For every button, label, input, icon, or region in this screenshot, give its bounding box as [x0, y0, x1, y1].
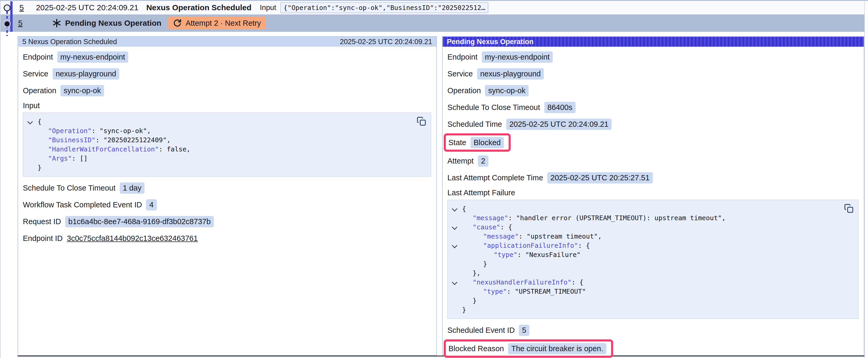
- timeline-open-dot-icon: [4, 4, 10, 11]
- collapse-chevron-icon[interactable]: [452, 224, 457, 230]
- code-line: }: [451, 296, 853, 305]
- copy-button[interactable]: [417, 117, 426, 126]
- field-label: Service: [447, 70, 473, 78]
- json-key: "nexusHandlerFailureInfo": [473, 279, 571, 286]
- pending-operation-title: Pending Nexus Operation: [65, 19, 161, 28]
- field-label: Scheduled Event ID: [447, 326, 515, 335]
- event-row-scheduled[interactable]: 5 2025-02-25 UTC 20:24:09.21 Nexus Opera…: [1, 1, 868, 14]
- json-value: : false,: [159, 145, 190, 153]
- failure-json-lines: {"message": "handler error (UPSTREAM_TIM…: [451, 204, 853, 315]
- json-value: }: [483, 260, 487, 268]
- collapse-chevron-icon[interactable]: [27, 119, 33, 124]
- field-row-service: Service nexus-playground: [447, 68, 859, 80]
- json-value: : {: [571, 279, 583, 286]
- field-value-badge: 2025-02-25 UTC 20:25:27.51: [547, 172, 653, 184]
- field-label: Service: [23, 70, 48, 78]
- code-gutter: [451, 278, 462, 284]
- code-line: "type": "UPSTREAM_TIMEOUT": [451, 287, 853, 296]
- field-label: Workflow Task Completed Event ID: [23, 200, 142, 209]
- field-row-blocked-reason: Blocked Reason The circuit breaker is op…: [448, 343, 606, 355]
- attempt-retry-text: Attempt 2 · Next Retry: [185, 19, 261, 28]
- collapse-chevron-icon[interactable]: [452, 243, 457, 248]
- event-id-link[interactable]: 5: [20, 3, 24, 12]
- field-value-badge: nexus-playground: [53, 68, 120, 79]
- field-row-scheduled-time: Scheduled Time 2025-02-25 UTC 20:24:09.2…: [447, 118, 859, 130]
- json-value: },: [473, 269, 480, 277]
- json-value: : "UPSTREAM_TIMEOUT": [507, 288, 586, 295]
- collapse-chevron-icon[interactable]: [452, 206, 457, 211]
- code-line: "BusinessID": "20250225122409",: [27, 135, 426, 144]
- code-line: "HandlerWaitForCancellation": false,: [27, 144, 426, 154]
- code-text: }: [462, 305, 466, 315]
- field-value-badge: sync-op-ok: [485, 85, 529, 96]
- field-value-badge: 1 day: [120, 183, 145, 194]
- code-gutter: [27, 117, 37, 124]
- field-row-last-attempt-complete-time: Last Attempt Complete Time 2025-02-25 UT…: [447, 172, 859, 184]
- code-text: {: [462, 204, 466, 214]
- code-text: {: [37, 117, 41, 126]
- code-text: }: [462, 296, 476, 305]
- json-value: : "sync-op-ok",: [92, 127, 151, 135]
- input-label: Input: [260, 3, 276, 12]
- code-line: "Operation": "sync-op-ok",: [27, 126, 426, 135]
- input-json-block: {"Operation": "sync-op-ok","BusinessID":…: [23, 112, 431, 176]
- code-line: "nexusHandlerFailureInfo": {: [451, 278, 853, 287]
- json-value: }: [37, 164, 41, 171]
- field-label: Operation: [447, 86, 481, 95]
- field-value-badge: 2025-02-25 UTC 20:24:09.21: [506, 119, 612, 130]
- code-text: "Operation": "sync-op-ok",: [37, 126, 151, 135]
- failure-block-label: Last Attempt Failure: [447, 189, 859, 197]
- field-value-badge: sync-op-ok: [60, 85, 104, 96]
- copy-icon: [417, 117, 426, 126]
- json-value: : []: [72, 155, 88, 162]
- field-label: Last Attempt Complete Time: [447, 173, 543, 182]
- code-text: "Args": []: [37, 154, 88, 163]
- input-block-label: Input: [23, 101, 431, 110]
- field-row-request-id: Request ID b1c6a4bc-8ee7-468a-9169-df3b0…: [23, 216, 431, 228]
- field-row-workflow-task-completed-event-id: Workflow Task Completed Event ID 4: [23, 199, 431, 211]
- field-label: State: [448, 138, 466, 147]
- json-key: "applicationFailureInfo": [483, 242, 578, 249]
- json-key: "Operation": [48, 127, 92, 135]
- code-text: "HandlerWaitForCancellation": false,: [37, 144, 190, 154]
- code-text: },: [462, 268, 480, 278]
- code-text: "type": "UPSTREAM_TIMEOUT": [462, 287, 586, 296]
- code-line: }: [27, 163, 426, 172]
- json-value: {: [37, 118, 41, 126]
- code-line: {: [27, 117, 426, 126]
- vertical-scrollbar[interactable]: [864, 2, 868, 358]
- timeline-filled-dot-icon: [3, 20, 11, 28]
- json-value: {: [462, 205, 466, 213]
- code-text: }: [462, 259, 487, 268]
- endpoint-id-link[interactable]: 3c0c75ccfa8144b092c13ce632463761: [67, 234, 198, 243]
- field-value-badge: b1c6a4bc-8ee7-468a-9169-df3b02c8737b: [65, 216, 214, 227]
- field-label: Schedule To Close Timeout: [447, 103, 540, 112]
- json-key: "Args": [48, 155, 72, 162]
- json-value: }: [473, 297, 476, 304]
- field-value-badge: 86400s: [544, 102, 576, 113]
- field-label: Operation: [23, 86, 56, 95]
- event-id-link[interactable]: 5: [18, 19, 23, 28]
- code-line: "message": "upstream timeout",: [451, 232, 853, 241]
- panel-title: 5 Nexus Operation Scheduled: [22, 38, 117, 46]
- field-value-badge: my-nexus-endpoint: [482, 52, 553, 63]
- event-timestamp: 2025-02-25 UTC 20:24:09.21: [36, 3, 138, 12]
- code-line: "message": "handler error (UPSTREAM_TIME…: [451, 214, 853, 223]
- state-badge: Blocked: [470, 137, 504, 148]
- collapse-chevron-icon[interactable]: [452, 280, 457, 285]
- code-text: "cause": {: [462, 223, 512, 232]
- field-value-badge: 2: [478, 155, 488, 167]
- field-label: Request ID: [23, 217, 61, 226]
- field-row-endpoint-id: Endpoint ID 3c0c75ccfa8144b092c13ce63246…: [23, 232, 431, 245]
- code-gutter: [451, 223, 462, 229]
- code-line: }: [451, 305, 853, 315]
- json-value: }: [462, 306, 466, 314]
- event-row-pending[interactable]: 5 Pending Nexus Operation Attempt 2 · Ne…: [1, 14, 868, 32]
- copy-button[interactable]: [844, 204, 854, 213]
- panel-timestamp: 2025-02-25 UTC 20:24:09.21: [340, 38, 432, 46]
- input-preview-chip[interactable]: {"Operation":"sync-op-ok","BusinessID":"…: [280, 2, 488, 13]
- code-text: }: [37, 163, 41, 172]
- json-key: "BusinessID": [48, 136, 96, 144]
- field-label: Attempt: [447, 157, 474, 165]
- code-line: "type": "NexusFailure": [451, 250, 853, 259]
